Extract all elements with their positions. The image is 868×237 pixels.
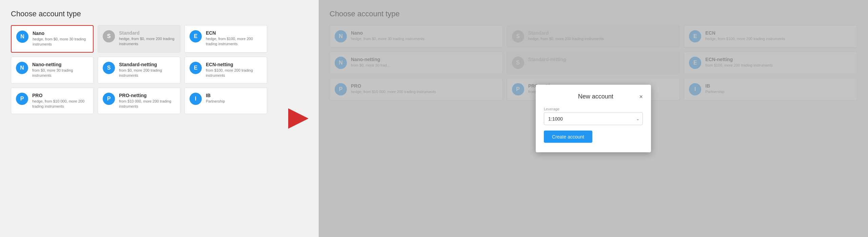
avatar-ecn: E <box>190 30 202 42</box>
create-account-button[interactable]: Create account <box>544 131 592 143</box>
card-name-pro: PRO <box>32 93 88 98</box>
card-name-standard: Standard <box>119 30 175 36</box>
arrow-icon <box>288 108 309 129</box>
card-desc-pro-netting: from $10 000, more 200 trading instrumen… <box>119 99 175 109</box>
card-name-standard-netting: Standard-netting <box>119 62 175 67</box>
card-info-standard: Standard hedge, from $0, more 200 tradin… <box>119 30 175 47</box>
modal-title: New account <box>552 93 639 100</box>
account-card-ib[interactable]: I IB Partnership <box>184 88 267 114</box>
left-panel-title: Choose account type <box>11 10 267 18</box>
avatar-pro: P <box>16 93 28 105</box>
card-info-ecn-netting: ECN-netting from $100, more 200 trading … <box>206 62 262 78</box>
card-desc-ib: Partnership <box>206 99 225 104</box>
account-card-standard-netting[interactable]: S Standard-netting from $0, more 200 tra… <box>98 57 180 84</box>
card-name-nano-netting: Nano-netting <box>32 62 88 67</box>
account-card-nano-netting[interactable]: N Nano-netting from $0, more 30 trading … <box>11 57 94 84</box>
card-info-nano-netting: Nano-netting from $0, more 30 trading in… <box>32 62 88 78</box>
card-desc-ecn-netting: from $100, more 200 trading instruments <box>206 68 262 78</box>
leverage-select-wrapper: 1:11:101:251:501:1001:2001:5001:1000 ⌄ <box>544 112 643 125</box>
leverage-form-group: Leverage 1:11:101:251:501:1001:2001:5001… <box>544 107 643 125</box>
right-section: Choose account type N Nano hedge, from $… <box>319 0 868 237</box>
account-card-ecn[interactable]: E ECN hedge, from $100, more 200 trading… <box>184 25 267 53</box>
card-desc-nano-netting: from $0, more 30 trading instruments <box>32 68 88 78</box>
card-info-standard-netting: Standard-netting from $0, more 200 tradi… <box>119 62 175 78</box>
card-name-ecn: ECN <box>206 30 262 36</box>
arrow-container <box>278 108 319 129</box>
card-info-ib: IB Partnership <box>206 93 225 104</box>
avatar-ib: I <box>190 93 202 105</box>
card-info-pro: PRO hedge, from $10 000, more 200 tradin… <box>32 93 88 109</box>
account-card-pro[interactable]: P PRO hedge, from $10 000, more 200 trad… <box>11 88 94 114</box>
left-account-grid: N Nano hedge, from $0, more 30 trading i… <box>11 25 267 114</box>
card-desc-standard-netting: from $0, more 200 trading instruments <box>119 68 175 78</box>
card-desc-standard: hedge, from $0, more 200 trading instrum… <box>119 36 175 47</box>
leverage-select[interactable]: 1:11:101:251:501:1001:2001:5001:1000 <box>544 112 643 125</box>
avatar-pro-netting: P <box>103 93 115 105</box>
card-name-nano: Nano <box>33 31 88 36</box>
account-card-pro-netting[interactable]: P PRO-netting from $10 000, more 200 tra… <box>98 88 180 114</box>
card-name-pro-netting: PRO-netting <box>119 93 175 98</box>
card-desc-nano: hedge, from $0, more 30 trading instrume… <box>33 37 88 47</box>
left-panel: Choose account type N Nano hedge, from $… <box>0 0 278 124</box>
card-desc-ecn: hedge, from $100, more 200 trading instr… <box>206 36 262 47</box>
avatar-nano-netting: N <box>16 62 28 74</box>
account-card-standard[interactable]: S Standard hedge, from $0, more 200 trad… <box>98 25 180 53</box>
avatar-standard-netting: S <box>103 62 115 74</box>
leverage-label: Leverage <box>544 107 643 111</box>
card-info-nano: Nano hedge, from $0, more 30 trading ins… <box>33 31 88 47</box>
account-card-ecn-netting[interactable]: E ECN-netting from $100, more 200 tradin… <box>184 57 267 84</box>
avatar-ecn-netting: E <box>190 62 202 74</box>
card-info-ecn: ECN hedge, from $100, more 200 trading i… <box>206 30 262 47</box>
avatar-standard: S <box>103 30 115 42</box>
card-name-ecn-netting: ECN-netting <box>206 62 262 67</box>
modal-close-button[interactable]: × <box>639 93 643 99</box>
card-info-pro-netting: PRO-netting from $10 000, more 200 tradi… <box>119 93 175 109</box>
account-card-nano[interactable]: N Nano hedge, from $0, more 30 trading i… <box>11 25 94 53</box>
modal-header: New account × <box>544 93 643 100</box>
avatar-nano: N <box>16 31 28 43</box>
card-desc-pro: hedge, from $10 000, more 200 trading in… <box>32 99 88 109</box>
new-account-modal: New account × Leverage 1:11:101:251:501:… <box>536 85 651 152</box>
card-name-ib: IB <box>206 93 225 98</box>
